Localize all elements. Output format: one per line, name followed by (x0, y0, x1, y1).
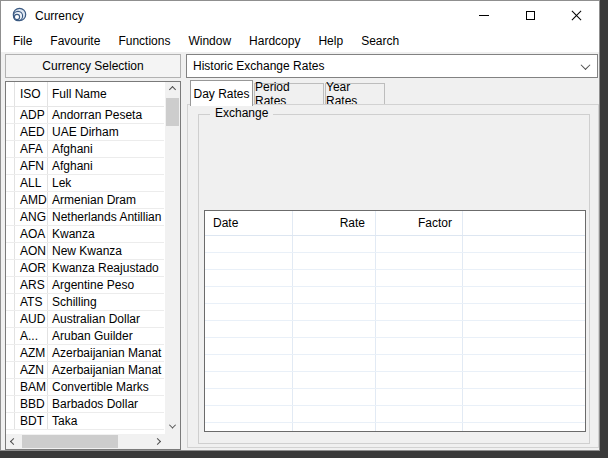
menu-help[interactable]: Help (309, 32, 352, 50)
list-item-fullname: Argentine Peso (52, 277, 134, 293)
list-item-fullname: Kwanza (52, 226, 95, 242)
menu-hardcopy[interactable]: Hardcopy (240, 32, 309, 50)
column-header-fullname: Full Name (52, 82, 107, 106)
tab-period-rates[interactable]: Period Rates (254, 83, 324, 104)
list-item-fullname: Convertible Marks (52, 379, 149, 395)
maximize-button[interactable] (507, 1, 553, 30)
chevron-up-icon (169, 86, 176, 93)
list-item-iso: ANG (20, 209, 46, 225)
list-item-fullname: Schilling (52, 294, 97, 310)
list-item-iso: AMD (20, 192, 47, 208)
horizontal-scroll-thumb[interactable] (22, 435, 118, 448)
rate-mode-select[interactable]: Historic Exchange Rates (186, 54, 598, 78)
list-item[interactable]: ARSArgentine Peso (6, 277, 164, 294)
list-item-iso: ADP (20, 107, 45, 123)
list-item[interactable]: AONNew Kwanza (6, 243, 164, 260)
menu-file[interactable]: File (4, 32, 41, 50)
list-item[interactable]: ALLLek (6, 175, 164, 192)
menu-search[interactable]: Search (352, 32, 408, 50)
results-table-rows (205, 236, 585, 431)
list-item-iso: ATS (20, 294, 42, 310)
chevron-down-icon (581, 60, 591, 70)
list-item-fullname: Afghani (52, 141, 93, 157)
list-item[interactable]: AFAAfghani (6, 141, 164, 158)
scroll-up-button[interactable] (165, 82, 180, 97)
list-item-fullname: Netherlands Antillian ... (52, 209, 164, 225)
list-item-iso: AON (20, 243, 46, 259)
vertical-scroll-thumb[interactable] (166, 98, 179, 126)
chevron-down-icon (169, 422, 176, 429)
list-item-fullname: Australian Dollar (52, 311, 140, 327)
list-item-iso: A... (20, 328, 38, 344)
list-vertical-scrollbar[interactable] (165, 82, 180, 434)
list-item[interactable]: AOAKwanza (6, 226, 164, 243)
list-item[interactable]: AZMAzerbaijanian Manat (6, 345, 164, 362)
list-item-fullname: Andorran Peseta (52, 107, 142, 123)
list-item-fullname: Taka (52, 413, 77, 429)
currency-selection-label: Currency Selection (42, 59, 143, 73)
list-item[interactable]: AORKwanza Reajustado (6, 260, 164, 277)
list-item-iso: ALL (20, 175, 41, 191)
list-item[interactable]: ATSSchilling (6, 294, 164, 311)
list-item[interactable]: AFNAfghani (6, 158, 164, 175)
chevron-right-icon (154, 438, 161, 445)
list-item-iso: AFA (20, 141, 43, 157)
list-item-iso: AOR (20, 260, 46, 276)
results-table-header: Date Rate Factor (205, 211, 585, 236)
list-item-fullname: Azerbaijanian Manat (52, 362, 161, 378)
results-table: Date Rate Factor (204, 210, 586, 432)
list-item[interactable]: AZNAzerbaijanian Manat (6, 362, 164, 379)
list-item[interactable]: AMDArmenian Dram (6, 192, 164, 209)
coins-icon (10, 7, 27, 24)
close-button[interactable] (553, 1, 599, 30)
caption-buttons (461, 1, 599, 30)
menu-functions[interactable]: Functions (109, 32, 179, 50)
list-item[interactable]: ADPAndorran Peseta (6, 107, 164, 124)
menu-favourite[interactable]: Favourite (41, 32, 109, 50)
exchange-group-label: Exchange (210, 106, 273, 120)
list-item-iso: BBD (20, 396, 45, 412)
list-item-fullname: Azerbaijanian Manat (52, 345, 161, 361)
list-item-fullname: UAE Dirham (52, 124, 119, 140)
list-item[interactable]: AEDUAE Dirham (6, 124, 164, 141)
tab-day-rates[interactable]: Day Rates (190, 80, 253, 106)
list-item-iso: AZN (20, 362, 44, 378)
list-horizontal-scrollbar[interactable] (6, 434, 165, 449)
list-item[interactable]: AUDAustralian Dollar (6, 311, 164, 328)
close-icon (571, 10, 582, 21)
scroll-right-button[interactable] (150, 434, 165, 449)
chevron-left-icon (10, 438, 17, 445)
list-item[interactable]: BBDBarbados Dollar (6, 396, 164, 413)
tab-year-rates[interactable]: Year Rates (325, 83, 385, 104)
list-item-fullname: Aruban Guilder (52, 328, 133, 344)
list-item-iso: AED (20, 124, 45, 140)
list-item[interactable]: BDTTaka (6, 413, 164, 430)
minimize-button[interactable] (461, 1, 507, 30)
column-header-iso: ISO (20, 82, 41, 106)
minimize-icon (479, 15, 489, 16)
menu-window[interactable]: Window (179, 32, 240, 50)
list-item-fullname: Lek (52, 175, 71, 191)
menubar: File Favourite Functions Window Hardcopy… (1, 30, 599, 52)
column-header-factor: Factor (292, 211, 452, 235)
list-item[interactable]: ANGNetherlands Antillian ... (6, 209, 164, 226)
list-item-fullname: Armenian Dram (52, 192, 136, 208)
list-item-iso: BAM (20, 379, 46, 395)
screen: Currency File Favourite Functions Window… (0, 0, 608, 458)
tab-label: Day Rates (193, 87, 249, 101)
window-title: Currency (35, 9, 84, 23)
list-item-iso: AOA (20, 226, 45, 242)
rate-mode-value: Historic Exchange Rates (193, 59, 324, 73)
currency-window: Currency File Favourite Functions Window… (0, 0, 600, 451)
scroll-left-button[interactable] (6, 434, 21, 449)
list-item-fullname: New Kwanza (52, 243, 122, 259)
list-item[interactable]: BAMConvertible Marks (6, 379, 164, 396)
currency-selection-header: Currency Selection (5, 54, 181, 78)
list-item-iso: ARS (20, 277, 45, 293)
list-item-fullname: Barbados Dollar (52, 396, 138, 412)
scroll-down-button[interactable] (165, 419, 180, 434)
currency-list: ISO Full Name ADPAndorran PesetaAEDUAE D… (5, 81, 181, 450)
list-item-fullname: Afghani (52, 158, 93, 174)
list-item-fullname: Kwanza Reajustado (52, 260, 159, 276)
list-item[interactable]: A...Aruban Guilder (6, 328, 164, 345)
